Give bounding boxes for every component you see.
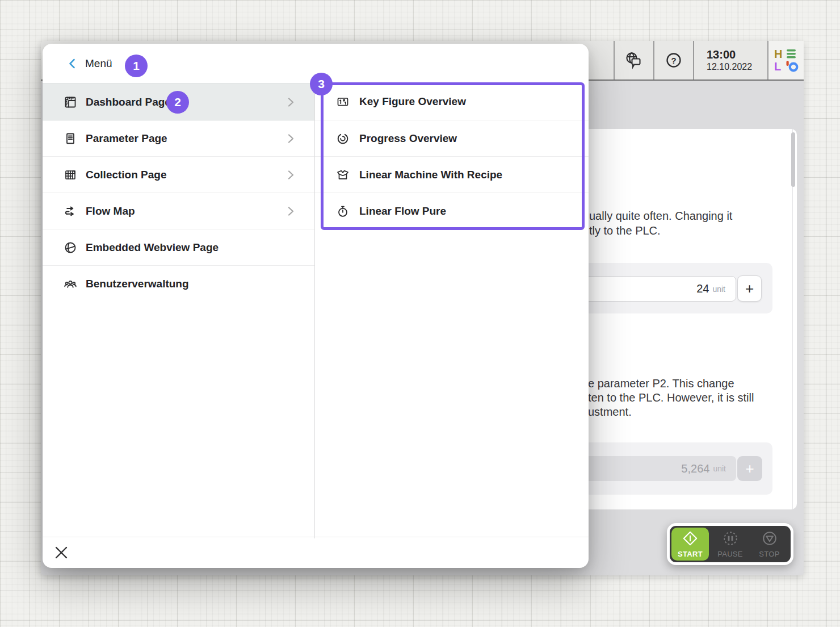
back-button[interactable] xyxy=(64,56,80,72)
close-button[interactable] xyxy=(53,545,69,561)
menu-item-collection-page[interactable]: Collection Page xyxy=(43,156,314,193)
stop-icon xyxy=(761,530,778,547)
submenu-item-label: Linear Flow Pure xyxy=(359,193,446,229)
parameter-unit: unit xyxy=(713,464,726,473)
chevron-left-icon xyxy=(69,58,75,69)
parameter-value-field-disabled: 5,264 unit xyxy=(577,456,736,481)
document-icon xyxy=(64,132,77,145)
svg-text:L: L xyxy=(774,60,781,72)
table-icon xyxy=(64,168,77,182)
stop-label: STOP xyxy=(759,550,779,558)
globe-icon xyxy=(64,241,77,254)
parameter-value: 24 xyxy=(696,282,709,295)
submenu-item-linear-flow-pure[interactable]: Linear Flow Pure xyxy=(315,193,589,229)
submenu-item-label: Linear Machine With Recipe xyxy=(359,157,502,193)
submenu-item-label: Key Figure Overview xyxy=(359,83,466,120)
open-box-icon xyxy=(336,168,350,182)
help-icon: ? xyxy=(664,51,683,70)
stop-button[interactable]: STOP xyxy=(750,528,789,561)
menu-item-label: Parameter Page xyxy=(86,120,167,157)
key-figure-icon xyxy=(336,95,350,108)
svg-text:H: H xyxy=(774,48,782,60)
pause-label: PAUSE xyxy=(717,550,743,558)
stopwatch-icon xyxy=(336,204,350,218)
submenu-item-progress-overview[interactable]: Progress Overview xyxy=(315,120,589,156)
increment-button[interactable]: + xyxy=(737,275,762,302)
start-label: START xyxy=(678,550,703,558)
parameter-description-line: ustment. xyxy=(588,405,632,419)
parameter-value-field[interactable]: 24 unit xyxy=(577,276,736,302)
annotation-badge-3: 3 xyxy=(310,73,333,95)
chevron-right-icon xyxy=(288,98,294,107)
parameter-description-line: e parameter P2. This change xyxy=(588,377,734,391)
menu-footer xyxy=(43,537,589,568)
parameter-description-line: ten to the PLC. However, it is still xyxy=(588,391,754,405)
users-icon xyxy=(64,277,77,291)
parameter-description-line: ually quite often. Changing it xyxy=(589,209,732,223)
menu-item-embedded-webview[interactable]: Embedded Webview Page xyxy=(43,229,314,265)
pause-button[interactable]: PAUSE xyxy=(711,528,750,561)
progress-icon xyxy=(336,132,350,145)
menu-item-label: Flow Map xyxy=(86,193,135,229)
parameter-input-group-disabled: 5,264 unit + xyxy=(568,442,772,495)
parameter-value: 5,264 xyxy=(681,462,709,475)
language-button[interactable] xyxy=(614,41,653,80)
submenu-item-linear-machine-with-recipe[interactable]: Linear Machine With Recipe xyxy=(315,156,589,193)
parameter-input-group: 24 unit + xyxy=(568,263,772,314)
parameter-unit: unit xyxy=(712,285,725,294)
helio-logo: H L xyxy=(767,41,804,80)
annotation-badge-1: 1 xyxy=(125,55,148,77)
menu-item-flow-map[interactable]: Flow Map xyxy=(43,193,314,229)
close-icon xyxy=(54,546,68,559)
menu-item-label: Embedded Webview Page xyxy=(86,229,219,266)
dashboard-icon xyxy=(64,95,77,109)
scrollbar-thumb[interactable] xyxy=(791,132,795,187)
chevron-right-icon xyxy=(288,134,294,143)
start-button[interactable]: START xyxy=(671,528,709,561)
globe-chat-icon xyxy=(624,51,644,70)
increment-button-disabled: + xyxy=(737,456,762,481)
start-diamond-icon xyxy=(682,530,699,547)
parameter-description-line: tly to the PLC. xyxy=(589,224,661,238)
menu-item-label: Dashboard Page xyxy=(86,84,171,120)
flow-arrows-icon xyxy=(64,204,77,218)
menu-item-label: Collection Page xyxy=(86,157,167,193)
menu-item-benutzerverwaltung[interactable]: Benutzerverwaltung xyxy=(43,265,314,302)
annotation-badge-2: 2 xyxy=(166,91,189,114)
menu-overlay: Menü Dashboard Page xyxy=(43,44,589,568)
menu-title: Menü xyxy=(85,44,112,83)
help-button[interactable]: ? xyxy=(653,41,693,80)
submenu-item-label: Progress Overview xyxy=(359,120,457,157)
chevron-right-icon xyxy=(288,170,294,179)
menu-item-label: Benutzerverwaltung xyxy=(86,266,189,302)
time-value: 13:00 xyxy=(707,48,736,61)
submenu-item-key-figure-overview[interactable]: Key Figure Overview xyxy=(315,83,589,120)
pause-icon xyxy=(722,530,739,547)
chevron-right-icon xyxy=(288,207,294,216)
menu-item-parameter-page[interactable]: Parameter Page xyxy=(43,120,314,156)
date-value: 12.10.2022 xyxy=(707,61,752,73)
machine-control-bar: START PAUSE STOP xyxy=(667,523,793,565)
svg-text:?: ? xyxy=(671,56,676,65)
screen: ? 13:00 12.10.2022 H L xyxy=(0,0,840,627)
clock-display: 13:00 12.10.2022 xyxy=(693,41,767,80)
